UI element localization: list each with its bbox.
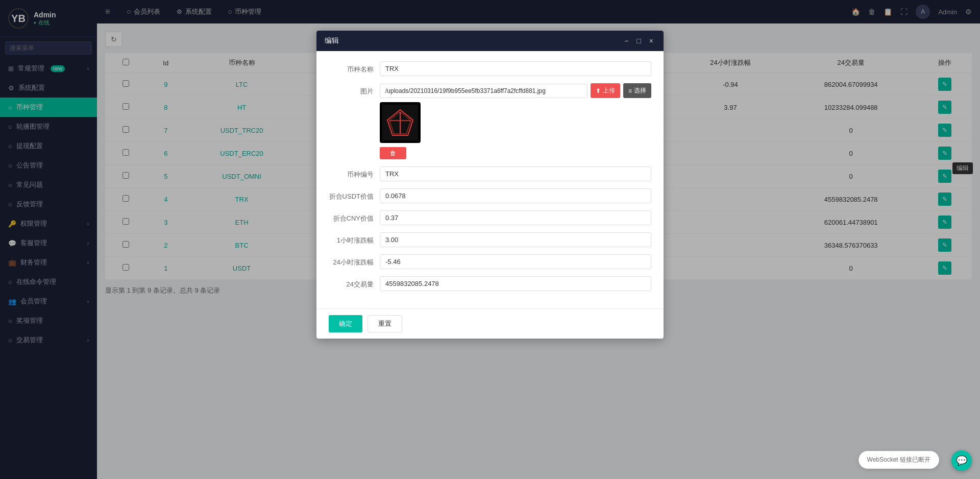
form-control-usdt xyxy=(380,188,651,203)
chat-button[interactable]: 💬 xyxy=(951,450,972,471)
modal-body: 币种名称 图片 ⬆ 上传 ≡ 选择 xyxy=(316,51,664,308)
form-row-h1: 1小时涨跌幅 xyxy=(329,232,651,247)
usdt-label: 折合USDT价值 xyxy=(329,188,380,201)
reset-button[interactable]: 重置 xyxy=(368,315,402,332)
preview-area: 🗑 xyxy=(380,102,651,159)
websocket-toast: WebSocket 链接已断开 xyxy=(859,451,939,469)
form-control-vol xyxy=(380,276,651,291)
coin-code-input[interactable] xyxy=(380,166,651,181)
form-row-vol: 24交易量 xyxy=(329,276,651,291)
modal-minimize-button[interactable]: − xyxy=(622,36,630,46)
form-control-cny xyxy=(380,210,651,225)
modal-overlay: 编辑 − □ × 币种名称 图片 ⬆ xyxy=(0,0,980,479)
cny-input[interactable] xyxy=(380,210,651,225)
confirm-button[interactable]: 确定 xyxy=(329,315,362,332)
modal-title: 编辑 xyxy=(325,36,339,45)
form-control-coin-name xyxy=(380,61,651,76)
upload-row: ⬆ 上传 ≡ 选择 xyxy=(380,83,651,98)
form-row-coin-code: 币种编号 xyxy=(329,166,651,181)
form-row-h24: 24小时涨跌幅 xyxy=(329,254,651,269)
form-row-usdt: 折合USDT价值 xyxy=(329,188,651,203)
select-button[interactable]: ≡ 选择 xyxy=(623,83,651,98)
modal-header: 编辑 − □ × xyxy=(316,31,664,51)
cny-label: 折合CNY价值 xyxy=(329,210,380,223)
h24-input[interactable] xyxy=(380,254,651,269)
delete-image-button[interactable]: 🗑 xyxy=(380,147,406,159)
form-row-coin-name: 币种名称 xyxy=(329,61,651,76)
img-label: 图片 xyxy=(329,83,380,96)
coin-name-input[interactable] xyxy=(380,61,651,76)
modal-footer: 确定 重置 xyxy=(316,308,664,339)
form-control-h24 xyxy=(380,254,651,269)
modal-close-button[interactable]: × xyxy=(647,36,655,46)
trx-preview-icon xyxy=(382,105,418,140)
h1-label: 1小时涨跌幅 xyxy=(329,232,380,245)
upload-button[interactable]: ⬆ 上传 xyxy=(591,83,620,98)
form-control-coin-code xyxy=(380,166,651,181)
coin-name-label: 币种名称 xyxy=(329,61,380,74)
form-row-img: 图片 ⬆ 上传 ≡ 选择 xyxy=(329,83,651,159)
edit-modal: 编辑 − □ × 币种名称 图片 ⬆ xyxy=(316,31,664,339)
upload-icon: ⬆ xyxy=(596,87,601,94)
list-icon: ≡ xyxy=(628,87,632,94)
modal-expand-button[interactable]: □ xyxy=(634,36,643,46)
form-control-h1 xyxy=(380,232,651,247)
h24-label: 24小时涨跌幅 xyxy=(329,254,380,267)
vol-input[interactable] xyxy=(380,276,651,291)
form-row-cny: 折合CNY价值 xyxy=(329,210,651,225)
vol-label: 24交易量 xyxy=(329,276,380,289)
coin-code-label: 币种编号 xyxy=(329,166,380,179)
preview-image xyxy=(380,102,421,143)
img-path-input[interactable] xyxy=(380,84,587,98)
form-control-img: ⬆ 上传 ≡ 选择 xyxy=(380,83,651,159)
usdt-input[interactable] xyxy=(380,188,651,203)
h1-input[interactable] xyxy=(380,232,651,247)
select-label: 选择 xyxy=(634,86,646,95)
upload-label: 上传 xyxy=(603,86,615,95)
modal-controls: − □ × xyxy=(622,36,655,46)
